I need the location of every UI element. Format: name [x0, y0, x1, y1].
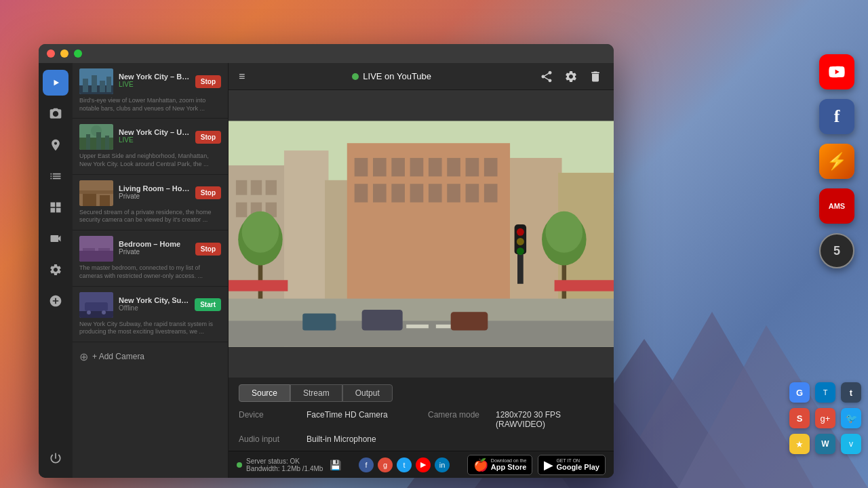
mini-app-s[interactable]: S	[789, 408, 810, 428]
stop-button-nyc-ues[interactable]: Stop	[195, 131, 221, 144]
sidebar-icon-plus[interactable]	[43, 288, 68, 314]
app-icon-adobe-ams[interactable]: AMS	[819, 188, 854, 224]
social-googleplus[interactable]: g	[378, 458, 393, 472]
share-icon[interactable]	[538, 68, 555, 85]
svg-rect-58	[447, 184, 460, 202]
delete-icon[interactable]	[587, 68, 604, 85]
social-linkedin[interactable]: in	[435, 458, 450, 472]
app-window: New York City – Birds Eye LIVE Stop Bird…	[39, 44, 614, 478]
camera-mode-row: Camera mode 868x488 30 FPS (RAWVIDEO)	[428, 410, 604, 429]
mini-app-wordpress[interactable]: W	[815, 434, 835, 454]
sidebar-icon-settings[interactable]	[43, 257, 68, 283]
mini-app-vimeo[interactable]: v	[841, 434, 861, 454]
svg-rect-54	[373, 184, 387, 202]
settings-icon[interactable]	[563, 68, 579, 85]
bottom-controls: Source Stream Output Device FaceTime HD …	[229, 378, 614, 451]
bottom-right-apps: G T t S g+ 🐦 ★ W v	[789, 382, 861, 454]
title-bar	[39, 44, 614, 63]
stop-button-living[interactable]: Stop	[195, 186, 221, 199]
svg-point-30	[87, 310, 91, 314]
svg-rect-64	[406, 325, 429, 328]
camera-item-subway[interactable]: New York City, Subway Offline Start New …	[73, 287, 228, 342]
svg-rect-25	[83, 248, 95, 251]
social-icons: f g t ▶ in	[359, 458, 450, 472]
svg-rect-12	[106, 77, 111, 92]
google-play-badge[interactable]: ▶ GET IT ON Google Play	[538, 455, 606, 475]
mini-app-tumblr[interactable]: t	[841, 382, 861, 403]
footer: Server status: OK Bandwidth: 1.2Mb /1.4M…	[229, 451, 614, 478]
app-store-badge[interactable]: 🍎 Download on the App Store	[467, 455, 533, 475]
svg-rect-21	[100, 195, 110, 206]
server-status: Server status: OK Bandwidth: 1.2Mb /1.4M…	[237, 458, 341, 472]
app-icon-5[interactable]: 5	[819, 233, 854, 268]
sidebar-icon-location[interactable]	[43, 132, 68, 158]
google-play-top: GET IT ON	[556, 458, 599, 463]
live-indicator: LIVE on YouTube	[352, 71, 431, 81]
menu-icon[interactable]: ≡	[239, 70, 245, 83]
source-info: Device FaceTime HD Camera Camera mode 12…	[239, 410, 604, 444]
camera-thumb-nyc-ues	[79, 124, 113, 150]
svg-rect-80	[229, 280, 288, 291]
camera-mode-value: 868x488 30 FPS (RAWVIDEO)	[496, 410, 604, 429]
add-camera-icon: ⊕	[79, 350, 88, 363]
stop-button-nyc-birds[interactable]: Stop	[195, 75, 221, 88]
svg-point-71	[546, 211, 583, 253]
mini-app-gplus[interactable]: g+	[815, 408, 835, 428]
sidebar-icon-power[interactable]	[43, 445, 68, 471]
svg-rect-28	[79, 311, 113, 318]
sidebar-icon-list[interactable]	[43, 163, 68, 189]
status-text: Server status: OK Bandwidth: 1.2Mb /1.4M…	[246, 458, 323, 472]
camera-status-living: Private	[119, 192, 190, 200]
social-twitter[interactable]: t	[397, 458, 412, 472]
sidebar-icons	[39, 63, 73, 478]
sidebar-icon-grid[interactable]	[43, 195, 68, 220]
add-camera-button[interactable]: ⊕ + Add Camera	[73, 342, 228, 371]
bandwidth-text: Bandwidth: 1.2Mb /1.4Mb	[246, 465, 323, 472]
mini-apps-row3: ★ W v	[789, 434, 861, 454]
camera-status-nyc-ues: LIVE	[119, 136, 190, 144]
camera-item-living-room[interactable]: Living Room – Home Private Stop Secured …	[73, 175, 228, 230]
camera-status-bedroom: Private	[119, 248, 190, 256]
svg-rect-42	[236, 203, 247, 218]
svg-point-68	[242, 211, 279, 253]
camera-name-living: Living Room – Home	[119, 184, 190, 192]
tab-output[interactable]: Output	[342, 384, 393, 402]
video-preview	[229, 90, 614, 378]
apple-icon: 🍎	[473, 458, 488, 472]
live-text: LIVE on YouTube	[363, 71, 431, 81]
mini-app-twitter[interactable]: 🐦	[841, 408, 861, 428]
google-play-label: Google Play	[556, 463, 599, 471]
svg-rect-10	[92, 75, 97, 92]
camera-item-bedroom[interactable]: Bedroom – Home Private Stop The master b…	[73, 230, 228, 286]
app-store-label: App Store	[491, 463, 527, 471]
store-badges: 🍎 Download on the App Store ▶ GET IT ON …	[467, 455, 606, 475]
app-icon-youtube[interactable]	[819, 54, 854, 89]
minimize-button[interactable]	[60, 49, 68, 58]
stop-button-bedroom[interactable]: Stop	[195, 243, 221, 256]
svg-rect-53	[355, 184, 368, 202]
close-button[interactable]	[47, 49, 55, 58]
sidebar-icon-logo[interactable]	[43, 70, 68, 96]
app-icon-facebook[interactable]: f	[819, 99, 854, 134]
mini-app-yellow[interactable]: ★	[789, 434, 810, 454]
tab-source[interactable]: Source	[239, 384, 290, 402]
sidebar-icon-cameras[interactable]	[43, 101, 68, 127]
app-icon-flash[interactable]: ⚡	[819, 144, 854, 179]
sidebar-icon-video[interactable]	[43, 226, 68, 251]
add-camera-label: + Add Camera	[92, 352, 144, 361]
mini-app-g[interactable]: G	[789, 382, 810, 403]
svg-rect-52	[484, 158, 498, 176]
svg-rect-47	[391, 158, 405, 176]
maximize-button[interactable]	[74, 49, 82, 58]
camera-item-nyc-ues[interactable]: New York City – UES LIVE Stop Upper East…	[73, 119, 228, 174]
social-facebook[interactable]: f	[359, 458, 374, 472]
svg-rect-16	[86, 134, 90, 150]
mini-app-trello[interactable]: T	[815, 382, 835, 403]
camera-item-nyc-birds[interactable]: New York City – Birds Eye LIVE Stop Bird…	[73, 63, 228, 119]
camera-name-bedroom: Bedroom – Home	[119, 240, 190, 248]
tab-stream[interactable]: Stream	[290, 384, 342, 402]
svg-rect-40	[251, 180, 262, 195]
camera-list: New York City – Birds Eye LIVE Stop Bird…	[73, 63, 229, 478]
social-youtube[interactable]: ▶	[416, 458, 431, 472]
start-button-subway[interactable]: Start	[195, 298, 221, 311]
